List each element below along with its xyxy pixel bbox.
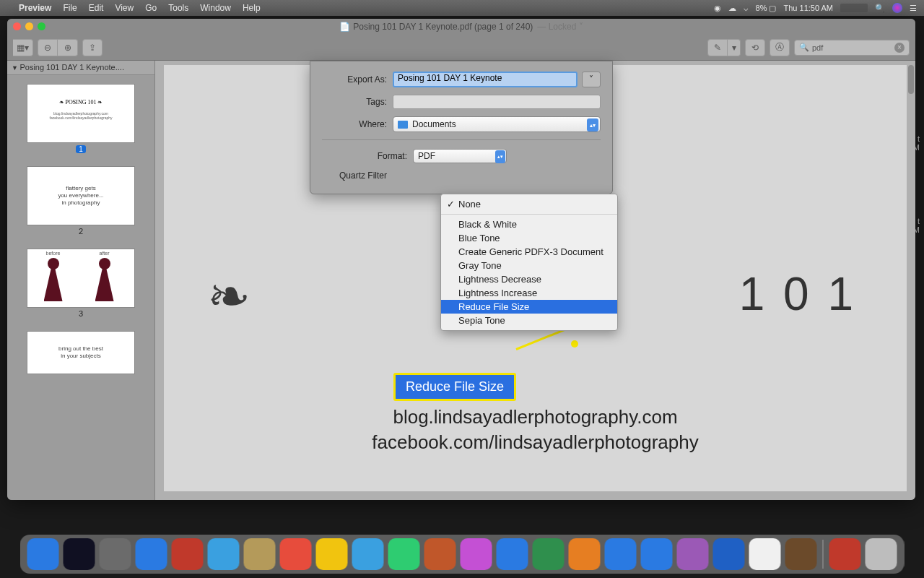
dock-app-7[interactable] [280,538,312,570]
menu-item-none[interactable]: None [441,197,617,211]
notification-center-icon[interactable]: ☰ [910,4,917,13]
menu-item-reduce-file-size[interactable]: Reduce File Size [441,300,617,314]
dock-app-1[interactable] [64,538,95,570]
tags-label: Tags: [322,97,387,107]
locked-indicator[interactable]: — Locked ˅ [537,22,583,32]
share-button[interactable]: ⇪ [82,39,103,56]
updown-icon: ▴▾ [587,118,598,131]
window-titlebar[interactable]: 📄 Posing 101 DAY 1 Keynote.pdf (page 1 o… [7,19,915,35]
dock-app-6[interactable] [244,538,276,570]
cloud-icon[interactable]: ☁ [728,4,736,13]
dock-app-22[interactable] [829,538,861,570]
menu-edit[interactable]: Edit [89,3,104,13]
menu-view[interactable]: View [115,3,134,13]
dock-app-21[interactable] [785,538,817,570]
where-label: Where: [322,119,387,129]
zoom-button[interactable] [38,22,45,30]
format-label: Format: [322,151,407,161]
dock-app-23[interactable] [866,538,897,570]
zoom-group: ⊖ ⊕ [38,39,78,56]
dock-app-4[interactable] [172,538,204,570]
markup-button[interactable]: Ⓐ [770,39,790,56]
dock-app-12[interactable] [461,538,492,570]
dock-app-20[interactable] [749,538,781,570]
thumbnail-page-3[interactable]: before after [27,249,135,308]
dock-app-14[interactable] [533,538,565,570]
dock-app-11[interactable] [424,538,456,570]
vertical-scrollbar[interactable] [908,65,914,94]
sheet-divider [322,139,601,140]
dock-app-17[interactable] [641,538,673,570]
siri-icon[interactable] [892,3,902,13]
cc-status-icon[interactable]: ◉ [714,4,721,13]
folder-icon [398,121,408,129]
dock-app-8[interactable] [316,538,348,570]
dock-app-16[interactable] [605,538,637,570]
dock-app-3[interactable] [136,538,167,570]
app-menu[interactable]: Preview [19,3,51,13]
spotlight-icon[interactable]: 🔍 [875,4,885,13]
rotate-button[interactable]: ⟲ [745,39,765,56]
dock-app-2[interactable] [100,538,131,570]
thumbnail-page-1[interactable]: ❧ POSING 101 ❧ blog.lindsayadlerphotogra… [27,84,135,143]
highlight-menu-button[interactable]: ▾ [728,39,741,56]
export-history-button[interactable]: ˅ [582,72,601,87]
minimize-button[interactable] [25,22,33,30]
menu-file[interactable]: File [63,3,77,13]
thumbnail-page-2[interactable]: flattery gets you everywhere... in photo… [27,166,135,225]
menu-window[interactable]: Window [200,3,231,13]
preview-window: 📄 Posing 101 DAY 1 Keynote.pdf (page 1 o… [7,19,915,500]
where-popup[interactable]: Documents ▴▾ [393,116,601,132]
menu-separator [441,214,617,215]
quartz-filter-menu: None Black & White Blue Tone Create Gene… [440,194,618,331]
sidebar-header[interactable]: Posing 101 DAY 1 Keynote.... [7,61,154,75]
search-icon: 🔍 [799,43,809,52]
tags-field[interactable] [393,95,601,109]
menu-tools[interactable]: Tools [168,3,188,13]
menu-item[interactable]: Black & White [441,217,617,231]
flourish-left-icon: ❧ [207,266,250,327]
menu-item[interactable]: Blue Tone [441,231,617,245]
clear-search-button[interactable]: × [894,43,905,53]
dock-app-19[interactable] [713,538,745,570]
format-popup[interactable]: PDF ▴▾ [413,149,507,163]
dock [20,535,905,574]
highlight-button[interactable]: ✎ [707,39,728,56]
dock-app-0[interactable] [27,538,59,570]
macos-menubar: Preview File Edit View Go Tools Window H… [0,0,924,16]
sidebar-view-button[interactable]: ▦▾ [13,39,33,56]
menu-go[interactable]: Go [145,3,157,13]
zoom-in-button[interactable]: ⊕ [58,39,78,56]
annotation-callout: Reduce File Size [393,373,516,401]
menu-item[interactable]: Sepia Tone [441,314,617,327]
battery-status[interactable]: 8% ▢ [756,4,777,13]
dock-app-18[interactable] [677,538,709,570]
dock-app-10[interactable] [388,538,420,570]
updown-icon: ▴▾ [495,150,505,163]
page-links: blog.lindsayadlerphotography.com faceboo… [164,405,907,455]
user-menu[interactable] [840,4,868,12]
document-proxy-icon[interactable]: 📄 [339,22,350,32]
search-field[interactable]: 🔍 pdf × [794,40,910,56]
quartz-filter-label: Quartz Filter [322,171,387,181]
dock-app-13[interactable] [497,538,528,570]
dock-app-5[interactable] [208,538,240,570]
menu-item[interactable]: Gray Tone [441,259,617,272]
close-button[interactable] [13,22,21,30]
annotation-leader-dot [571,340,578,348]
menu-item[interactable]: Create Generic PDFX-3 Document [441,245,617,259]
dock-app-9[interactable] [352,538,384,570]
page-number: 3 [7,309,154,318]
page-number-current: 1 [76,145,86,153]
zoom-out-button[interactable]: ⊖ [38,39,58,56]
menu-help[interactable]: Help [243,3,261,13]
menu-item[interactable]: Lightness Increase [441,286,617,300]
page-title-fragment: 1 0 1 [739,267,856,321]
wifi-icon[interactable]: ⌵ [744,4,749,13]
view-mode-group: ▦▾ [13,39,33,56]
export-as-field[interactable]: Posing 101 DAY 1 Keynote [393,72,578,87]
dock-app-15[interactable] [569,538,601,570]
thumbnail-page-4[interactable]: bring out the best in your subjects [27,331,135,374]
clock[interactable]: Thu 11:50 AM [784,4,834,12]
menu-item[interactable]: Lightness Decrease [441,272,617,286]
